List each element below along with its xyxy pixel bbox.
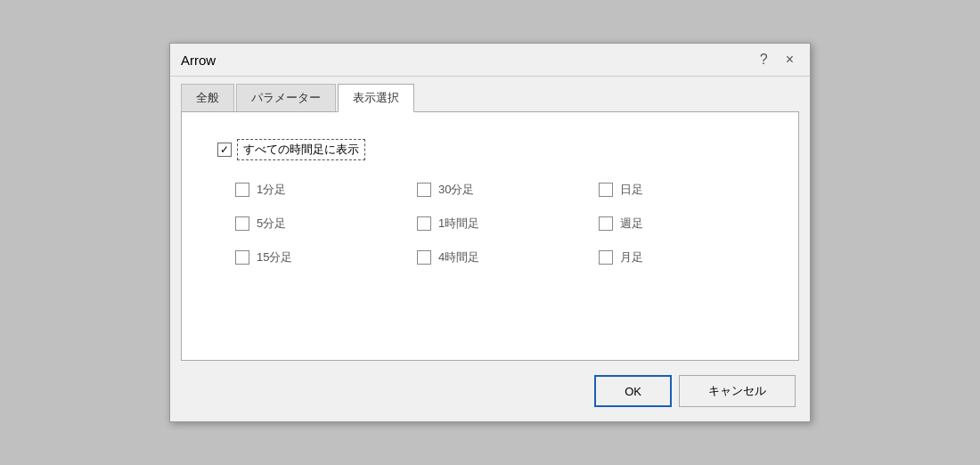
list-item: 1時間足 <box>417 216 581 232</box>
list-item: 月足 <box>599 249 763 265</box>
list-item: 30分足 <box>417 182 581 198</box>
tab-general[interactable]: 全般 <box>181 84 234 111</box>
tf1h-label: 1時間足 <box>438 216 479 232</box>
list-item: 日足 <box>599 182 763 198</box>
tf15-label: 15分足 <box>257 249 292 265</box>
tf1-label: 1分足 <box>257 182 286 198</box>
tf4h-label: 4時間足 <box>438 249 479 265</box>
tab-content: すべての時間足に表示 1分足 30分足 日足 5分足 <box>181 111 799 361</box>
cancel-button[interactable]: キャンセル <box>679 375 796 407</box>
close-button[interactable]: × <box>780 51 799 69</box>
tfmonth-checkbox[interactable] <box>599 250 613 265</box>
ok-button[interactable]: OK <box>594 375 672 407</box>
tfweek-checkbox[interactable] <box>599 216 613 231</box>
list-item: 4時間足 <box>417 249 581 265</box>
tf5-label: 5分足 <box>257 216 286 232</box>
list-item: 週足 <box>599 216 763 232</box>
tf30-label: 30分足 <box>438 182 474 198</box>
show-all-checkbox-box[interactable] <box>217 143 232 157</box>
tf5-checkbox[interactable] <box>235 216 249 231</box>
list-item: 15分足 <box>235 249 399 265</box>
tabs: 全般 パラメーター 表示選択 <box>170 77 810 111</box>
tf30-checkbox[interactable] <box>417 183 431 197</box>
list-item: 1分足 <box>235 182 399 198</box>
show-all-label: すべての時間足に表示 <box>237 139 365 160</box>
title-bar: Arrow ? × <box>170 44 810 77</box>
dialog-title: Arrow <box>181 53 216 68</box>
show-all-checkbox[interactable]: すべての時間足に表示 <box>217 139 365 160</box>
tf4h-checkbox[interactable] <box>417 250 431 265</box>
list-item: 5分足 <box>235 216 399 232</box>
tab-display[interactable]: 表示選択 <box>338 84 414 112</box>
footer: OK キャンセル <box>170 361 810 421</box>
tfday-checkbox[interactable] <box>599 183 613 197</box>
tf1h-checkbox[interactable] <box>417 216 431 231</box>
tf1-checkbox[interactable] <box>235 183 249 197</box>
tf15-checkbox[interactable] <box>235 250 249 265</box>
tfweek-label: 週足 <box>620 216 643 232</box>
dialog: Arrow ? × 全般 パラメーター 表示選択 すべての時間足に表示 <box>169 43 811 422</box>
help-button[interactable]: ? <box>755 51 773 69</box>
tab-parameters[interactable]: パラメーター <box>236 84 336 111</box>
title-controls: ? × <box>755 51 799 69</box>
timeframe-grid: 1分足 30分足 日足 5分足 1時間足 週足 <box>217 182 763 265</box>
tfday-label: 日足 <box>620 182 643 198</box>
show-all-row: すべての時間足に表示 <box>217 139 763 160</box>
tfmonth-label: 月足 <box>620 249 643 265</box>
